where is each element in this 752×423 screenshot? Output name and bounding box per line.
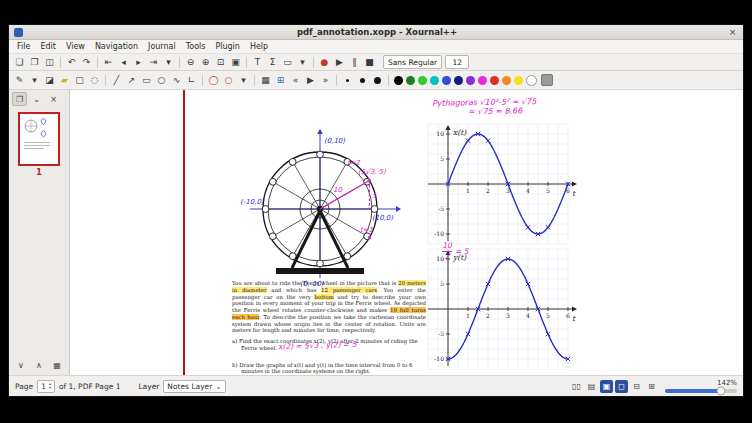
svg-text:2: 2 (486, 312, 490, 319)
thickness-medium-icon[interactable] (356, 74, 369, 87)
layer-selector[interactable]: Notes Layer ⌄ (163, 380, 225, 393)
presentation-mode-icon[interactable]: ▣ (600, 380, 613, 393)
zoom-out-button[interactable]: ⊟ (630, 380, 643, 393)
next-page-icon[interactable]: ▸ (132, 56, 145, 69)
audio-pause-icon[interactable]: ∥ (348, 56, 361, 69)
svg-text:5: 5 (546, 187, 550, 194)
math-tex-icon[interactable]: Σ (266, 56, 279, 69)
color-dark-green[interactable] (406, 76, 415, 85)
shape-tool-icon[interactable]: ▭ (281, 56, 294, 69)
grid-view-icon[interactable]: ▦ (50, 358, 65, 372)
menu-item-plugin[interactable]: Plugin (210, 41, 245, 52)
menu-item-view[interactable]: View (61, 41, 90, 52)
color-yellow[interactable] (514, 76, 523, 85)
color-purple[interactable] (466, 76, 475, 85)
arrow-shape-icon[interactable]: ↗ (125, 74, 138, 87)
audio-record-icon[interactable]: ● (318, 56, 331, 69)
rectangle-shape-icon[interactable]: ▭ (140, 74, 153, 87)
color-white[interactable] (526, 75, 537, 86)
redo-icon[interactable]: ↷ (80, 56, 93, 69)
color-picker-icon[interactable] (541, 74, 553, 86)
color-black[interactable] (394, 76, 403, 85)
zoom-in-icon[interactable]: ⊕ (199, 56, 212, 69)
coordinate-system-icon[interactable]: ∟ (185, 74, 198, 87)
font-size-input[interactable]: 12 (445, 55, 469, 69)
handwritten-pythagoras-note: Pythagoras √10²-5² = √75 = √75 ≈ 8.66 (432, 97, 537, 117)
thickness-fine-icon[interactable] (341, 74, 354, 87)
select-lasso-icon[interactable]: ◌ (88, 74, 101, 87)
audio-play-icon[interactable]: ▶ (333, 56, 346, 69)
ruler-line-icon[interactable]: ╱ (110, 74, 123, 87)
menu-item-tools[interactable]: Tools (181, 41, 211, 52)
svg-text:-10: -10 (434, 355, 444, 362)
audio-playback-icon[interactable]: ▶ (304, 74, 317, 87)
zoom-out-icon[interactable]: ⊖ (184, 56, 197, 69)
move-page-up-icon[interactable]: ∧ (32, 358, 47, 372)
snap-grid-icon[interactable]: ⊞ (274, 74, 287, 87)
page-spinner-arrows[interactable]: ▴▾ (49, 382, 51, 390)
highlighter-tool-icon[interactable]: ▰ (58, 74, 71, 87)
zoom-slider[interactable] (665, 389, 737, 393)
color-magenta[interactable] (478, 76, 487, 85)
shape-recognizer-icon[interactable]: ◯ (207, 74, 220, 87)
audio-rewind-icon[interactable]: « (289, 74, 302, 87)
zoom-slider-handle[interactable] (717, 387, 726, 396)
new-document-icon[interactable]: ❏ (13, 56, 26, 69)
open-document-icon[interactable]: ❐ (28, 56, 41, 69)
menu-item-journal[interactable]: Journal (143, 41, 181, 52)
menu-item-navigation[interactable]: Navigation (90, 41, 143, 52)
pen-options-icon[interactable]: ▾ (28, 74, 41, 87)
menu-item-edit[interactable]: Edit (35, 41, 61, 52)
tool-menu-icon[interactable]: ▾ (237, 74, 250, 87)
sidebar-menu-icon[interactable]: ⌄ (29, 92, 44, 106)
font-selector[interactable]: Sans Regular (383, 55, 442, 69)
color-orange[interactable] (502, 76, 511, 85)
color-green[interactable] (418, 76, 427, 85)
layer-label: Layer (138, 382, 159, 391)
select-rect-icon[interactable]: ▢ (73, 74, 86, 87)
audio-stop-icon[interactable]: ■ (363, 56, 376, 69)
previous-page-icon[interactable]: ◂ (117, 56, 130, 69)
color-teal[interactable] (430, 76, 439, 85)
dual-page-view-icon[interactable]: ▯▯ (570, 380, 583, 393)
zoom-original-icon[interactable]: ▣ (229, 56, 242, 69)
color-red[interactable] (490, 76, 499, 85)
text-tool-icon[interactable]: T (251, 56, 264, 69)
page-preview-tab-icon[interactable]: ❐ (12, 92, 27, 106)
color-navy[interactable] (454, 76, 463, 85)
ellipse-shape-icon[interactable]: ○ (155, 74, 168, 87)
svg-text:-10: -10 (434, 230, 444, 237)
page-menu-icon[interactable]: ▾ (162, 56, 175, 69)
font-name-value: Sans Regular (388, 58, 437, 67)
move-page-down-icon[interactable]: ∨ (14, 358, 29, 372)
grid-layout-icon[interactable]: ▤ (585, 380, 598, 393)
color-blue[interactable] (442, 76, 451, 85)
undo-icon[interactable]: ↶ (65, 56, 78, 69)
toolbar-separator (179, 57, 180, 68)
audio-forward-icon[interactable]: » (319, 74, 332, 87)
pen-tool-icon[interactable]: ✎ (13, 74, 26, 87)
save-icon[interactable]: ◫ (43, 56, 56, 69)
last-page-icon[interactable]: ⇥ (147, 56, 160, 69)
menu-item-help[interactable]: Help (245, 41, 273, 52)
document-canvas[interactable]: (0,10) (-10,0) (10,0) (0,-10) t=2 (5√3, … (70, 90, 743, 375)
spline-shape-icon[interactable]: ∿ (170, 74, 183, 87)
toolbar-tools-icons: ✎▾◪▰▢◌╱↗▭○∿∟◯○▾▦⊞«▶» (12, 74, 553, 87)
first-page-icon[interactable]: ⇤ (102, 56, 115, 69)
sidebar-close-icon[interactable]: × (46, 92, 61, 106)
fullscreen-icon[interactable]: ◻ (615, 380, 628, 393)
zoom-fit-icon[interactable]: ⊡ (214, 56, 227, 69)
eraser-tool-icon[interactable]: ◪ (43, 74, 56, 87)
fraction: 10 2 (442, 242, 452, 260)
thickness-thick-icon[interactable] (371, 74, 384, 87)
window-close-button[interactable]: × (727, 27, 738, 37)
page-number-input[interactable]: 1 ▴▾ (37, 380, 55, 393)
shape-menu-icon[interactable]: ▾ (296, 56, 309, 69)
zoom-in-button[interactable]: ⊞ (645, 380, 658, 393)
menu-item-file[interactable]: File (12, 41, 35, 52)
draw-circle-icon[interactable]: ○ (222, 74, 235, 87)
page-thumbnail[interactable] (18, 112, 60, 166)
problem-text: You are about to ride the Ferris wheel i… (232, 280, 426, 375)
image-tool-icon[interactable]: ▦ (259, 74, 272, 87)
svg-text:3: 3 (506, 312, 510, 319)
